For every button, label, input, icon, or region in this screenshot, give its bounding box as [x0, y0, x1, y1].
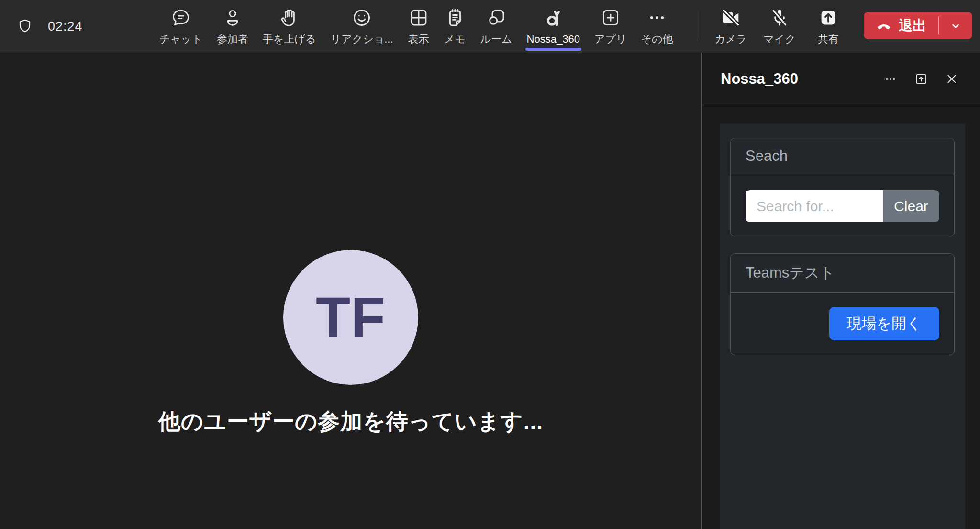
site-card: Teamsテスト 現場を開く — [730, 253, 955, 355]
meeting-timer: 02:24 — [48, 19, 83, 34]
tab-label: 表示 — [408, 32, 429, 46]
site-card-body: 現場を開く — [731, 293, 954, 355]
panel-close-button[interactable] — [944, 71, 960, 87]
share-icon — [817, 7, 839, 29]
chevron-down-icon — [948, 19, 963, 33]
toolbar-separator — [697, 11, 697, 41]
meeting-toolbar: 02:24 チャット 参加者 手を上げる リアクショ... 表示 メモ ルーム … — [0, 0, 980, 53]
tab-more[interactable]: その他 — [634, 0, 680, 53]
mic-off-icon — [768, 7, 791, 29]
more-dots-icon — [646, 7, 668, 29]
tab-label: ルーム — [480, 32, 512, 46]
app-content-area: Seach Clear Teamsテスト 現場を開く — [720, 124, 965, 529]
stage-panel-divider — [701, 53, 702, 529]
panel-title: Nossa_360 — [721, 70, 882, 88]
tab-label: アプリ — [594, 32, 627, 46]
device-label: 共有 — [818, 32, 839, 46]
clear-button[interactable]: Clear — [883, 190, 939, 222]
leave-button-label: 退出 — [899, 16, 926, 35]
tab-label: Nossa_360 — [527, 33, 580, 45]
search-card-header: Seach — [731, 138, 954, 174]
reactions-icon — [351, 7, 373, 29]
leave-options-button[interactable] — [939, 12, 972, 39]
open-site-button[interactable]: 現場を開く — [829, 307, 939, 340]
tab-rooms[interactable]: ルーム — [473, 0, 520, 53]
popout-icon — [913, 71, 929, 87]
tab-view[interactable]: 表示 — [401, 0, 437, 53]
panel-header: Nossa_360 — [702, 53, 980, 105]
tab-raise-hand[interactable]: 手を上げる — [256, 0, 323, 53]
memo-icon — [444, 7, 466, 29]
tab-reactions[interactable]: リアクショ... — [323, 0, 401, 53]
apps-icon — [600, 7, 622, 29]
search-card: Seach Clear — [730, 138, 955, 236]
panel-more-button[interactable] — [882, 71, 899, 87]
mic-button[interactable]: マイク — [757, 0, 802, 53]
device-label: マイク — [763, 32, 796, 46]
close-icon — [944, 71, 959, 87]
chat-icon — [170, 7, 192, 29]
tab-chat[interactable]: チャット — [152, 0, 210, 53]
search-input[interactable] — [746, 190, 883, 222]
tab-notes[interactable]: メモ — [437, 0, 473, 53]
toolbar-left-group: 02:24 — [16, 0, 83, 53]
teams-meeting-window: 02:24 チャット 参加者 手を上げる リアクショ... 表示 メモ ルーム … — [0, 0, 980, 529]
tab-label: 手を上げる — [263, 32, 316, 46]
rooms-icon — [485, 7, 507, 29]
tab-apps[interactable]: アプリ — [587, 0, 634, 53]
participants-icon — [222, 7, 244, 29]
waiting-message: 他のユーザーの参加を待っています... — [0, 407, 702, 437]
tab-nossa-360[interactable]: Nossa_360 — [520, 0, 587, 53]
toolbar-device-group: カメラ マイク 共有 — [708, 0, 855, 53]
search-card-body: Clear — [731, 174, 954, 236]
avatar: TF — [283, 250, 418, 385]
tab-participants[interactable]: 参加者 — [210, 0, 256, 53]
nossa-logo-icon — [542, 8, 564, 30]
leave-button-main[interactable]: 退出 — [864, 12, 938, 39]
device-label: カメラ — [714, 32, 747, 46]
camera-off-icon — [720, 7, 742, 29]
panel-actions — [882, 71, 960, 87]
tab-label: リアクショ... — [331, 32, 393, 46]
share-button[interactable]: 共有 — [806, 0, 851, 53]
security-shield-icon — [16, 17, 33, 36]
panel-popout-button[interactable] — [913, 71, 929, 87]
tab-label: 参加者 — [217, 32, 248, 46]
view-grid-icon — [408, 7, 430, 29]
ellipsis-icon — [883, 71, 898, 87]
tab-label: メモ — [444, 32, 466, 46]
avatar-initials: TF — [316, 285, 386, 350]
leave-button[interactable]: 退出 — [864, 12, 972, 39]
search-input-group: Clear — [746, 190, 939, 222]
camera-button[interactable]: カメラ — [708, 0, 753, 53]
phone-hangup-icon — [876, 18, 892, 34]
tab-label: その他 — [641, 32, 673, 46]
toolbar-tabs: チャット 参加者 手を上げる リアクショ... 表示 メモ ルーム Nossa_… — [152, 0, 680, 53]
site-card-header: Teamsテスト — [731, 254, 954, 293]
app-side-panel: Nossa_360 Seach Clear — [702, 53, 980, 529]
meeting-stage: TF 他のユーザーの参加を待っています... — [0, 53, 702, 529]
raise-hand-icon — [278, 7, 301, 29]
tab-label: チャット — [159, 32, 202, 46]
